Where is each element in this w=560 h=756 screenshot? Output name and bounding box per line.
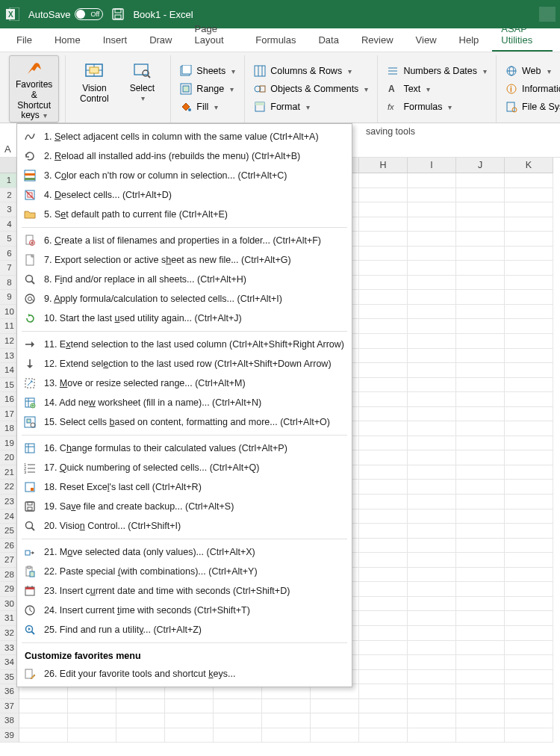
menu-item[interactable]: 23. Insert current date and time with se… [17,581,352,601]
cell[interactable] [505,582,553,597]
menu-item[interactable]: 25. Find and run a utility... (Ctrl+Alt+… [17,620,352,639]
cell[interactable] [359,378,408,393]
tab-home[interactable]: Home [46,30,90,52]
menu-item[interactable]: 9. Apply formula/calculation to selected… [17,289,352,309]
cell[interactable] [456,582,505,597]
cell[interactable] [359,232,408,247]
cell[interactable] [456,247,505,261]
cell[interactable] [359,524,408,539]
cell[interactable] [19,699,68,714]
cell[interactable] [456,261,505,276]
cell[interactable] [359,495,408,509]
column-header[interactable]: H [359,158,408,173]
cell[interactable] [408,232,456,247]
cell[interactable] [456,450,505,465]
cell[interactable] [505,597,553,612]
cell[interactable] [505,188,553,203]
cell[interactable] [408,699,456,714]
cell[interactable] [456,290,505,305]
cell[interactable] [456,539,505,554]
cell[interactable] [359,290,408,305]
cell[interactable] [505,407,553,422]
cell[interactable] [19,713,68,728]
cell[interactable] [408,509,456,524]
cell[interactable] [359,407,408,422]
cell[interactable] [505,524,553,539]
cell[interactable] [68,713,116,728]
tab-review[interactable]: Review [352,30,402,52]
column-header[interactable]: J [456,158,505,173]
menu-item[interactable]: 1. Select adjacent cells in column with … [17,127,352,146]
tab-page-layout[interactable]: Page Layout [186,19,243,52]
information-button[interactable]: iInformation▾ [503,81,560,97]
cell[interactable] [408,597,456,612]
cell[interactable] [505,699,553,714]
columns-rows-button[interactable]: Columns & Rows▾ [251,63,371,79]
cell[interactable] [505,539,553,554]
cell[interactable] [408,349,456,364]
cell[interactable] [505,349,553,364]
cell[interactable] [214,728,262,743]
cell[interactable] [505,480,553,495]
cell[interactable] [359,261,408,276]
cell[interactable] [359,247,408,261]
cell[interactable] [456,495,505,509]
cell[interactable] [456,276,505,291]
cell[interactable] [456,188,505,203]
cell[interactable] [359,188,408,203]
tab-formulas[interactable]: Formulas [246,30,305,52]
cell[interactable] [505,392,553,407]
menu-item[interactable]: 8. Find and/or replace in all sheets... … [17,270,352,289]
cell[interactable] [359,334,408,349]
menu-item[interactable]: 24. Insert current time with seconds (Ct… [17,601,352,620]
cell[interactable] [456,524,505,539]
cell[interactable] [456,465,505,480]
cell[interactable] [505,290,553,305]
save-icon[interactable] [111,7,125,22]
cell[interactable] [408,450,456,465]
formulas-button[interactable]: fxFormulas▾ [384,99,490,115]
cell[interactable] [505,436,553,451]
cell[interactable] [359,713,408,728]
cell[interactable] [359,699,408,714]
menu-item[interactable]: 22. Paste special (with combinations)...… [17,562,352,581]
cell[interactable] [359,655,408,670]
menu-item[interactable]: 6. Create a list of filenames and proper… [17,231,352,250]
cell[interactable] [408,319,456,334]
cell[interactable] [262,728,311,743]
column-header[interactable]: I [408,158,456,173]
vision-control-button[interactable]: Vision Control [72,55,116,123]
cell[interactable] [408,641,456,656]
cell[interactable] [408,539,456,554]
cell[interactable] [408,290,456,305]
cell[interactable] [456,232,505,247]
cell[interactable] [456,684,505,699]
menu-item[interactable]: 21. Move selected data (only values)... … [17,542,352,562]
cell[interactable] [456,699,505,714]
cell[interactable] [214,699,262,714]
cell[interactable] [116,699,165,714]
cell[interactable] [359,421,408,436]
select-button[interactable]: Select ▾ [119,55,164,123]
cell[interactable] [68,699,116,714]
cell[interactable] [408,334,456,349]
cell[interactable] [359,480,408,495]
cell[interactable] [505,217,553,232]
cell[interactable] [408,363,456,378]
cell[interactable] [359,641,408,656]
tab-help[interactable]: Help [450,30,488,52]
cell[interactable] [456,363,505,378]
cell[interactable] [456,480,505,495]
menu-item[interactable]: 26. Edit your favorite tools and shortcu… [17,664,352,684]
objects-comments-button[interactable]: Objects & Comments▾ [251,81,371,97]
cell[interactable] [408,611,456,626]
cell[interactable] [456,392,505,407]
cell[interactable] [262,699,311,714]
menu-item[interactable]: 4. Deselect cells... (Ctrl+Alt+D) [17,185,352,205]
cell[interactable] [408,626,456,641]
cell[interactable] [505,173,553,188]
cell[interactable] [456,305,505,320]
cell[interactable] [456,553,505,568]
cell[interactable] [359,553,408,568]
tab-draw[interactable]: Draw [140,30,181,52]
